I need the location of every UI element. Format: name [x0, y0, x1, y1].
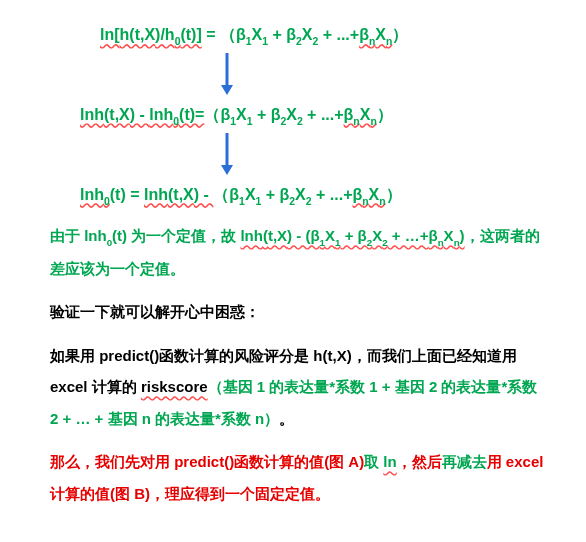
svg-marker-1: [221, 85, 233, 95]
equation-3: lnh0(t) = lnh(t,X) - （β1X1 + β2X2 + ...+…: [50, 184, 546, 209]
arrow-2: [50, 133, 546, 180]
svg-marker-3: [221, 165, 233, 175]
para-predict: 如果用 predict()函数计算的风险评分是 h(t,X)，而我们上面已经知道…: [50, 340, 546, 435]
para-conclusion: 那么，我们先对用 predict()函数计算的值(图 A)取 ln，然后再减去用…: [50, 446, 546, 509]
equation-1: ln[h(t,X)/h0(t)] = （β1X1 + β2X2 + ...+βn…: [50, 24, 546, 49]
arrow-1: [50, 53, 546, 100]
eq1-lhs: ln[h(t,X)/h0(t)]: [100, 26, 202, 43]
para-verify: 验证一下就可以解开心中困惑：: [50, 296, 546, 328]
equation-2: lnh(t,X) - lnh0(t)=（β1X1 + β2X2 + ...+βn…: [50, 104, 546, 129]
para-constant-diff: 由于 lnh0(t) 为一个定值，故 lnh(t,X) - (β1X1 + β2…: [50, 220, 546, 284]
